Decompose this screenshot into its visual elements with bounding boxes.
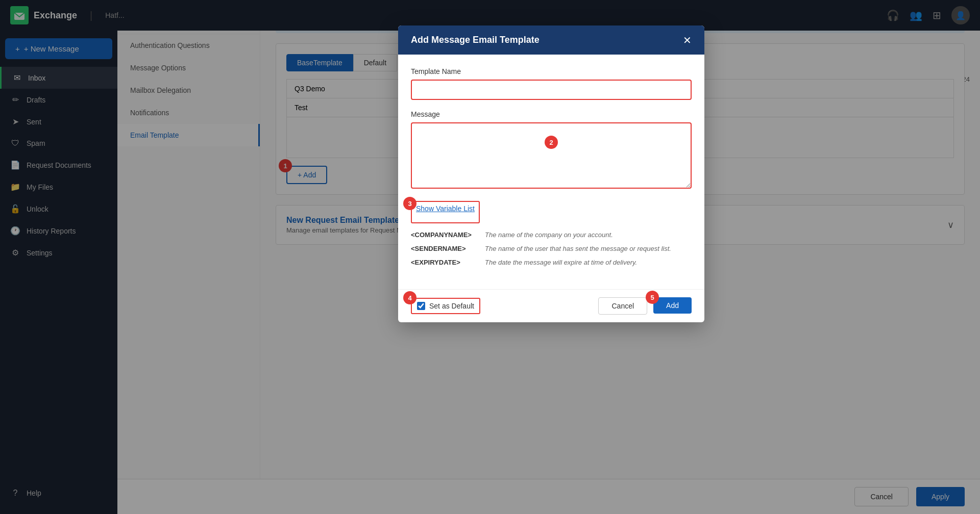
modal-close-button[interactable]: ✕ [683, 35, 692, 45]
template-name-label: Template Name [411, 67, 692, 75]
template-name-group: Template Name [411, 67, 692, 100]
modal-body: Template Name 2 Message 3 Show Variable … [398, 55, 704, 289]
step-badge-3: 3 [403, 197, 416, 210]
variable-row-sendername: <SENDERNAME> The name of the user that h… [411, 245, 692, 252]
modal-header: Add Message Email Template ✕ [398, 25, 704, 55]
variables-list: <COMPANYNAME> The name of the company on… [411, 231, 692, 266]
modal-actions: Cancel 5 Add [598, 297, 692, 315]
modal-title: Add Message Email Template [411, 35, 540, 45]
set-default-wrapper: 4 Set as Default [411, 298, 480, 314]
step-badge-4: 4 [403, 291, 416, 304]
template-name-input[interactable] [411, 80, 692, 100]
add-modal-btn-wrapper: 5 Add [653, 297, 692, 315]
modal-footer: 4 Set as Default Cancel 5 Add [398, 289, 704, 322]
show-variable-link[interactable]: Show Variable List [416, 204, 475, 213]
message-input[interactable] [411, 122, 692, 189]
modal-cancel-button[interactable]: Cancel [598, 297, 647, 315]
step-badge-2: 2 [545, 136, 558, 149]
add-template-modal: Add Message Email Template ✕ Template Na… [398, 25, 704, 322]
message-group: Message [411, 110, 692, 191]
modal-add-button[interactable]: Add [653, 297, 692, 314]
step-badge-5: 5 [646, 291, 659, 304]
variable-row-expirydate: <EXPIRYDATE> The date the message will e… [411, 259, 692, 266]
set-default-label: Set as Default [417, 302, 474, 310]
set-default-checkbox[interactable] [417, 302, 425, 310]
variable-link-wrapper: 3 Show Variable List [411, 201, 480, 223]
message-group-wrapper: 2 Message [411, 110, 692, 191]
message-label: Message [411, 110, 692, 118]
variable-row-companyname: <COMPANYNAME> The name of the company on… [411, 231, 692, 239]
